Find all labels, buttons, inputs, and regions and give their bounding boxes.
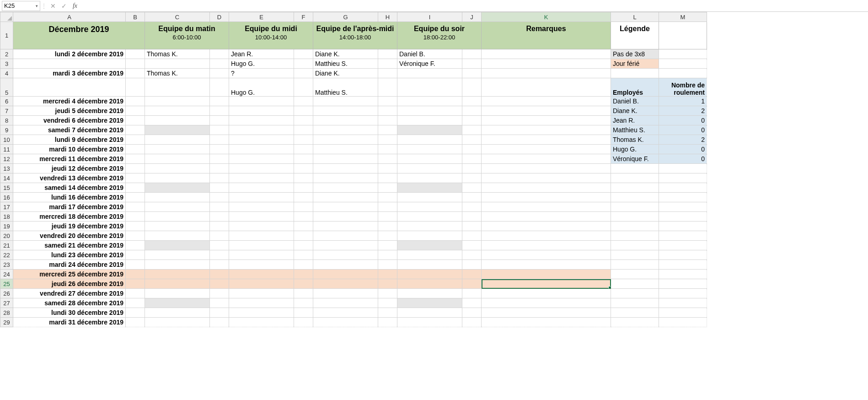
cell-B12[interactable] [126,154,145,164]
cell-K23[interactable] [482,260,611,270]
row-header[interactable]: 27 [0,298,13,308]
row-header[interactable]: 21 [0,241,13,250]
cell-J29[interactable] [462,318,482,327]
row-header[interactable]: 4 [0,69,13,78]
cell-I3[interactable]: Véronique F. [397,59,462,69]
cell-G20[interactable] [313,231,378,241]
cell-F4[interactable] [294,69,313,78]
row-header[interactable]: 16 [0,193,13,202]
row-header[interactable]: 19 [0,222,13,231]
cell-H10[interactable] [378,135,397,145]
cell-E10[interactable] [229,135,294,145]
cell-H17[interactable] [378,202,397,212]
cell-G6[interactable] [313,97,378,106]
cell-F7[interactable] [294,106,313,116]
cell-B6[interactable] [126,97,145,106]
cell-K26[interactable] [482,289,611,298]
cell-L25[interactable] [611,279,659,289]
cell[interactable] [659,22,707,49]
cell-B14[interactable] [126,173,145,183]
cell-H18[interactable] [378,212,397,222]
cell-E13[interactable] [229,164,294,173]
cell-E4[interactable]: ? [229,69,294,78]
cell-C11[interactable] [145,145,210,154]
cell-C18[interactable] [145,212,210,222]
cell-E12[interactable] [229,154,294,164]
cell-J2[interactable] [462,49,482,59]
cell-G28[interactable] [313,308,378,318]
cell-A6[interactable]: mercredi 4 décembre 2019 [13,97,126,106]
cell-M17[interactable] [659,202,707,212]
cell-C25[interactable] [145,279,210,289]
cell-L6[interactable]: Daniel B. [611,97,659,106]
cell-B16[interactable] [126,193,145,202]
cell-F20[interactable] [294,231,313,241]
cell-A4[interactable]: mardi 3 décembre 2019 [13,69,126,78]
row-header[interactable]: 7 [0,106,13,116]
cell-L9[interactable]: Matthieu S. [611,125,659,135]
cell-L11[interactable]: Hugo G. [611,145,659,154]
cell-D26[interactable] [210,289,229,298]
cell-L2[interactable]: Pas de 3x8 [611,49,659,59]
cell-E18[interactable] [229,212,294,222]
cell-J16[interactable] [462,193,482,202]
cell-D16[interactable] [210,193,229,202]
cell-G8[interactable] [313,116,378,125]
legend-header[interactable]: Légende [611,22,659,49]
cell-M7[interactable]: 2 [659,106,707,116]
col-header-E[interactable]: E [229,12,294,22]
cell-B13[interactable] [126,164,145,173]
cell-K18[interactable] [482,212,611,222]
cell-M29[interactable] [659,318,707,327]
cell-F26[interactable] [294,289,313,298]
cell-F17[interactable] [294,202,313,212]
cell-D7[interactable] [210,106,229,116]
cell-M12[interactable]: 0 [659,154,707,164]
cell-L14[interactable] [611,173,659,183]
row-header[interactable]: 9 [0,125,13,135]
row-header[interactable]: 1 [0,22,13,49]
cell-C13[interactable] [145,164,210,173]
cell-A20[interactable]: vendredi 20 décembre 2019 [13,231,126,241]
cell-E15[interactable] [229,183,294,193]
cell-B28[interactable] [126,308,145,318]
cell-K11[interactable] [482,145,611,154]
cell-F5[interactable] [294,78,313,97]
cell-B20[interactable] [126,231,145,241]
cell-A15[interactable]: samedi 14 décembre 2019 [13,183,126,193]
cell-L4[interactable] [611,69,659,78]
cell-F3[interactable] [294,59,313,69]
cell-E21[interactable] [229,241,294,250]
cell-H13[interactable] [378,164,397,173]
cell-C20[interactable] [145,231,210,241]
cell-F15[interactable] [294,183,313,193]
cell-C26[interactable] [145,289,210,298]
cell-I26[interactable] [397,289,462,298]
cell-J23[interactable] [462,260,482,270]
cell-G15[interactable] [313,183,378,193]
cell-C29[interactable] [145,318,210,327]
cell-I27[interactable] [397,298,462,308]
cell-D10[interactable] [210,135,229,145]
cell-A8[interactable]: vendredi 6 décembre 2019 [13,116,126,125]
cell-C16[interactable] [145,193,210,202]
cell-A9[interactable]: samedi 7 décembre 2019 [13,125,126,135]
cell-I17[interactable] [397,202,462,212]
cell-M11[interactable]: 0 [659,145,707,154]
cell-B10[interactable] [126,135,145,145]
cell-L19[interactable] [611,222,659,231]
cell-A16[interactable]: lundi 16 décembre 2019 [13,193,126,202]
cell-I14[interactable] [397,173,462,183]
cell-G4[interactable]: Diane K. [313,69,378,78]
cell-J3[interactable] [462,59,482,69]
cell-B17[interactable] [126,202,145,212]
cell-A11[interactable]: mardi 10 décembre 2019 [13,145,126,154]
cell-M23[interactable] [659,260,707,270]
cell-J15[interactable] [462,183,482,193]
cell-K28[interactable] [482,308,611,318]
cell-D4[interactable] [210,69,229,78]
cell-K25[interactable] [482,279,611,289]
cell-A19[interactable]: jeudi 19 décembre 2019 [13,222,126,231]
cell-B24[interactable] [126,270,145,279]
cell-D8[interactable] [210,116,229,125]
